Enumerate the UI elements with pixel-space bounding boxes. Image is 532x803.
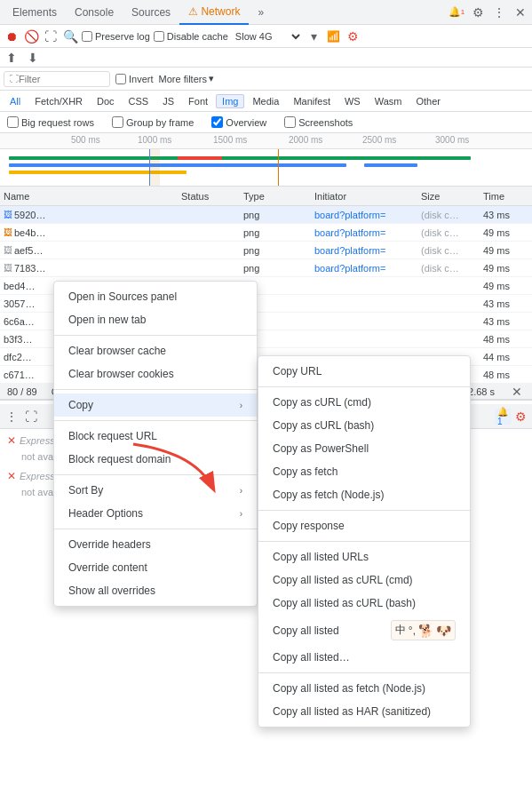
menu-open-new-tab[interactable]: Open in new tab: [54, 308, 257, 331]
type-btn-fetch[interactable]: Fetch/XHR: [28, 94, 89, 108]
type-btn-manifest[interactable]: Manifest: [287, 94, 337, 108]
menu-clear-cookies[interactable]: Clear browser cookies: [54, 362, 257, 386]
timeline-highlight: [149, 149, 160, 187]
group-by-frame-label[interactable]: Group by frame: [112, 116, 194, 128]
type-btn-other[interactable]: Other: [409, 94, 447, 108]
menu-sep-3: [54, 420, 257, 421]
more-filters-btn[interactable]: More filters ▾: [159, 73, 214, 84]
menu-copy-all-curl-bash[interactable]: Copy all listed as cURL (bash): [258, 592, 470, 615]
request-count: 80 / 89: [7, 386, 37, 397]
tab-network[interactable]: ⚠ Network: [179, 0, 249, 25]
type-btn-js[interactable]: JS: [156, 94, 180, 108]
menu-copy-all-urls[interactable]: Copy all listed URLs: [258, 545, 470, 568]
invert-label[interactable]: Invert: [115, 74, 154, 84]
table-row[interactable]: 🖼be4b… png board?platform= (disk c… 49 m…: [0, 224, 532, 242]
bottom-console-icon[interactable]: ⋮: [4, 409, 20, 425]
tick-2500: 2500 ms: [362, 135, 396, 145]
menu-block-url[interactable]: Block request URL: [54, 425, 257, 448]
screenshots-label[interactable]: Screenshots: [284, 116, 353, 128]
clear-icon[interactable]: 🚫: [23, 28, 39, 44]
overview-label[interactable]: Overview: [211, 116, 266, 128]
menu-copy-all-listed-1[interactable]: Copy all listed 中 °, 🐕 🐶: [258, 615, 470, 646]
menu-sort-by[interactable]: Sort By ›: [54, 479, 257, 502]
table-row[interactable]: 🖼7183… png board?platform= (disk c… 49 m…: [0, 259, 532, 277]
menu-copy-response[interactable]: Copy response: [258, 514, 470, 537]
menu-copy-fetch-nodejs[interactable]: Copy as fetch (Node.js): [258, 483, 470, 506]
close-icon[interactable]: ✕: [512, 4, 528, 20]
wifi-icon[interactable]: 📶: [326, 28, 342, 44]
menu-copy-fetch[interactable]: Copy as fetch: [258, 460, 470, 483]
menu-clear-cache[interactable]: Clear browser cache: [54, 339, 257, 362]
menu-override-headers[interactable]: Override headers: [54, 533, 257, 556]
x-btn-2[interactable]: ✕: [7, 470, 16, 482]
th-status[interactable]: Status: [181, 191, 243, 202]
record-icon[interactable]: ⏺: [4, 28, 20, 44]
timeline-bar-blue: [9, 163, 346, 167]
td-initiator: board?platform=: [314, 227, 421, 238]
invert-checkbox[interactable]: [115, 74, 126, 84]
menu-open-sources[interactable]: Open in Sources panel: [54, 285, 257, 308]
menu-copy-powershell[interactable]: Copy as PowerShell: [258, 437, 470, 460]
menu-copy-curl-cmd[interactable]: Copy as cURL (cmd): [258, 391, 470, 414]
menu-header-options[interactable]: Header Options ›: [54, 502, 257, 525]
download-icon[interactable]: ⬇: [25, 50, 41, 66]
th-size[interactable]: Size: [421, 191, 483, 202]
type-btn-all[interactable]: All: [4, 94, 27, 108]
preserve-log-label[interactable]: Preserve log: [82, 31, 150, 42]
tab-sources[interactable]: Sources: [123, 0, 179, 25]
disable-cache-label[interactable]: Disable cache: [154, 31, 228, 42]
x-btn-1[interactable]: ✕: [7, 434, 16, 447]
big-request-rows-checkbox[interactable]: [7, 116, 19, 128]
screenshots-checkbox[interactable]: [284, 116, 296, 128]
td-initiator: board?platform=: [314, 210, 421, 220]
type-btn-media[interactable]: Media: [246, 94, 285, 108]
disable-cache-checkbox[interactable]: [154, 31, 164, 42]
menu-show-all-overrides[interactable]: Show all overrides: [54, 579, 257, 602]
chevron-down-icon[interactable]: ▾: [306, 28, 322, 44]
type-btn-doc[interactable]: Doc: [91, 94, 121, 108]
menu-copy-all-curl-cmd[interactable]: Copy all listed as cURL (cmd): [258, 568, 470, 592]
notification-icon[interactable]: 🔔1: [449, 4, 465, 20]
type-btn-img[interactable]: Img: [216, 94, 244, 108]
menu-copy-curl-bash[interactable]: Copy as cURL (bash): [258, 414, 470, 437]
speed-select[interactable]: Slow 4G Fast 4G No throttling: [232, 30, 303, 43]
bottom-filter-icon[interactable]: ⛶: [23, 409, 39, 425]
panel-close-icon[interactable]: ✕: [509, 384, 525, 400]
search-icon[interactable]: 🔍: [62, 28, 78, 44]
tab-more[interactable]: »: [249, 0, 273, 25]
more-icon[interactable]: ⋮: [491, 4, 507, 20]
th-time[interactable]: Time: [483, 191, 532, 202]
type-btn-ws[interactable]: WS: [338, 94, 367, 108]
notification-badge[interactable]: 🔔1: [495, 409, 511, 425]
big-request-rows-label[interactable]: Big request rows: [7, 116, 94, 128]
right-sep-4: [258, 672, 470, 673]
th-type[interactable]: Type: [243, 191, 314, 202]
filter-icon[interactable]: ⛶: [43, 28, 59, 44]
filter-input[interactable]: [19, 74, 104, 84]
tab-console[interactable]: Console: [66, 0, 123, 25]
menu-override-content[interactable]: Override content: [54, 556, 257, 579]
menu-copy[interactable]: Copy ›: [54, 394, 257, 417]
network-settings-icon[interactable]: ⚙: [345, 28, 361, 44]
table-row[interactable]: 🖼5920… png board?platform= (disk c… 43 m…: [0, 206, 532, 224]
menu-copy-url[interactable]: Copy URL: [258, 360, 470, 383]
th-name[interactable]: Name: [4, 191, 181, 202]
th-initiator[interactable]: Initiator: [314, 191, 421, 202]
tab-elements[interactable]: Elements: [4, 0, 66, 25]
settings-icon[interactable]: ⚙: [470, 4, 486, 20]
upload-icon[interactable]: ⬆: [4, 50, 20, 66]
bottom-settings-icon[interactable]: ⚙: [512, 409, 528, 425]
type-btn-css[interactable]: CSS: [123, 94, 155, 108]
menu-copy-all-listed-2[interactable]: Copy all listed…: [258, 646, 470, 669]
td-name: 🖼7183…: [4, 263, 181, 274]
table-row[interactable]: 🖼aef5… png board?platform= (disk c… 49 m…: [0, 242, 532, 259]
preserve-log-checkbox[interactable]: [82, 31, 92, 42]
menu-copy-all-har[interactable]: Copy all listed as HAR (sanitized): [258, 700, 470, 723]
filter-input-wrap[interactable]: ⛶: [4, 71, 110, 87]
overview-checkbox[interactable]: [211, 116, 223, 128]
menu-copy-all-fetch-nodejs[interactable]: Copy all listed as fetch (Node.js): [258, 677, 470, 700]
type-btn-wasm[interactable]: Wasm: [369, 94, 409, 108]
group-by-frame-checkbox[interactable]: [112, 116, 123, 128]
menu-block-domain[interactable]: Block request domain: [54, 448, 257, 471]
type-btn-font[interactable]: Font: [182, 94, 214, 108]
